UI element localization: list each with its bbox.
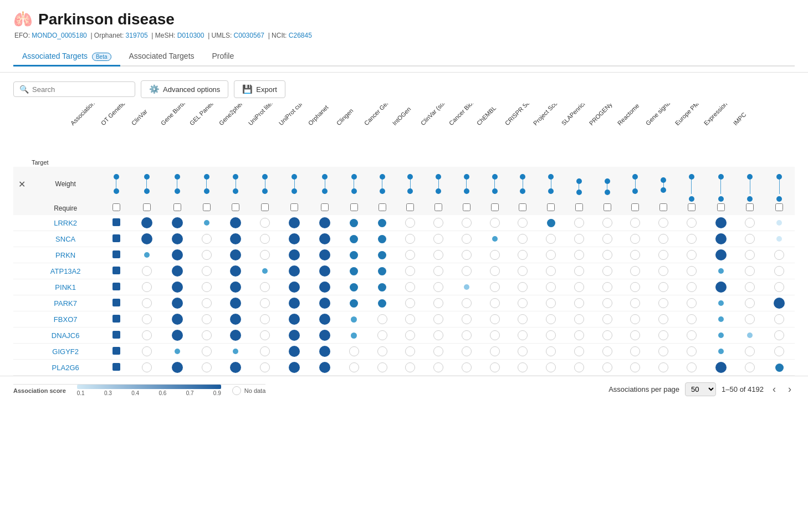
require-checkbox-uniprot-lit[interactable] [290,203,298,211]
require-checkbox-impc[interactable] [775,203,783,211]
require-checkbox-progeny[interactable] [631,203,639,211]
require-checkbox-clinvar-som[interactable] [463,203,471,211]
require-checkbox-orphanet[interactable] [350,203,358,211]
score-cell [593,311,621,328]
legend-label: Association score [13,387,66,394]
score-cell [453,328,481,344]
require-checkbox-slap[interactable] [604,203,611,211]
weight-slider-impc[interactable] [766,169,793,199]
weight-slider-association[interactable] [103,169,130,199]
score-cell [368,247,396,263]
tab-associated-targets-beta[interactable]: Associated Targets Beta [13,47,120,66]
require-checkbox-cancer-gene[interactable] [406,203,414,211]
advanced-options-button[interactable]: ⚙️ Advanced options [141,80,228,98]
score-cell [736,295,764,311]
tab-bar: Associated Targets Beta Associated Targe… [13,47,795,66]
weight-slider-clinvar[interactable] [163,169,191,199]
require-checkbox-europe[interactable] [717,203,725,211]
weight-slider-project[interactable] [566,169,591,199]
target-name[interactable]: PARK7 [30,295,101,311]
weight-slider-clingen[interactable] [370,169,395,199]
export-button[interactable]: 💾 Export [234,80,285,98]
require-checkbox-clinvar[interactable] [173,203,181,211]
require-checkbox-expr[interactable] [746,203,754,211]
require-checkbox-chembl[interactable] [519,203,526,211]
weight-slider-progeny[interactable] [623,169,648,199]
require-checkbox-association[interactable] [112,203,120,211]
target-name[interactable]: SNCA [30,231,101,247]
orphanet-link[interactable]: 319705 [126,32,148,39]
score-cell [764,247,795,263]
score-cell [453,247,481,263]
score-cell [480,295,509,311]
beta-badge: Beta [92,53,111,61]
per-page-select[interactable]: 50 10 25 100 [685,382,716,396]
target-name[interactable]: DNAJC6 [30,328,101,344]
target-name[interactable]: PINK1 [30,279,101,295]
weight-slider-crispr[interactable] [539,169,564,199]
search-box[interactable]: 🔍 [13,81,135,97]
pagination-next[interactable]: › [785,382,795,396]
table-row: FBXO7 [13,311,795,328]
require-checkbox-cancer-bio[interactable] [491,203,499,211]
weight-slider-ot[interactable] [133,169,160,199]
pagination-prev[interactable]: ‹ [769,382,779,396]
require-checkbox-project[interactable] [575,203,583,211]
umls-link[interactable]: C0030567 [234,32,264,39]
weight-slider-clinvar-som[interactable] [454,169,479,199]
col-impc: IMPC [764,104,795,167]
target-name[interactable]: GIGYF2 [30,344,101,360]
weight-slider-uniprot-lit[interactable] [281,169,308,199]
weight-slider-gene-sig[interactable] [679,169,704,199]
weight-slider-europe[interactable] [707,169,734,199]
require-checkbox-reactome[interactable] [659,203,667,211]
require-row: Require [13,201,795,215]
weight-slider-gel[interactable] [222,169,249,199]
table-row: PRKN [13,247,795,263]
target-name[interactable]: PRKN [30,247,101,263]
score-cell [251,263,279,279]
target-name[interactable]: LRRK2 [30,215,101,231]
require-checkbox-clingen[interactable] [379,203,386,211]
score-cell [621,279,650,295]
score-cell [396,247,425,263]
weight-slider-cancer-gene[interactable] [398,169,423,199]
weight-slider-intogen[interactable] [426,169,451,199]
weight-slider-reactome[interactable] [651,169,676,199]
target-name[interactable]: ATP13A2 [30,263,101,279]
require-checkbox-uniprot-cur[interactable] [321,203,329,211]
require-checkbox-crispr[interactable] [547,203,555,211]
weight-slider-slap[interactable] [595,169,620,199]
require-checkbox-gene2p[interactable] [261,203,269,211]
score-cell [736,279,764,295]
close-weight-button[interactable]: ✕ [16,177,28,191]
ncit-link[interactable]: C26845 [289,32,312,39]
mesh-link[interactable]: D010300 [177,32,204,39]
score-cell [310,328,340,344]
weight-slider-orphanet[interactable] [342,169,367,199]
target-name[interactable]: FBXO7 [30,311,101,328]
score-cell [677,215,705,231]
efo-link[interactable]: MONDO_0005180 [32,32,86,39]
score-cell [509,247,537,263]
score-cell [565,311,593,328]
require-checkbox-gene-sig[interactable] [688,203,696,211]
weight-slider-expr[interactable] [738,169,763,199]
table-row: GIGYF2 [13,344,795,360]
weight-slider-gene-burden[interactable] [194,169,219,199]
search-input[interactable] [32,85,129,94]
score-cell [425,344,453,360]
require-checkbox-gene-burden[interactable] [203,203,211,211]
main-table-wrapper: Target Association Score ↓ OT Genetics C… [0,104,808,376]
weight-slider-gene2p[interactable] [253,169,278,199]
weight-slider-chembl[interactable] [510,169,535,199]
gear-icon: ⚙️ [149,84,160,94]
weight-slider-uniprot-cur[interactable] [311,169,339,199]
weight-slider-cancer-bio[interactable] [482,169,507,199]
require-checkbox-ot[interactable] [143,203,151,211]
tab-associated-targets[interactable]: Associated Targets [120,47,203,66]
target-name[interactable]: PLA2G6 [30,360,101,376]
require-checkbox-intogen[interactable] [434,203,442,211]
require-checkbox-gel[interactable] [232,203,239,211]
tab-profile[interactable]: Profile [203,47,243,66]
